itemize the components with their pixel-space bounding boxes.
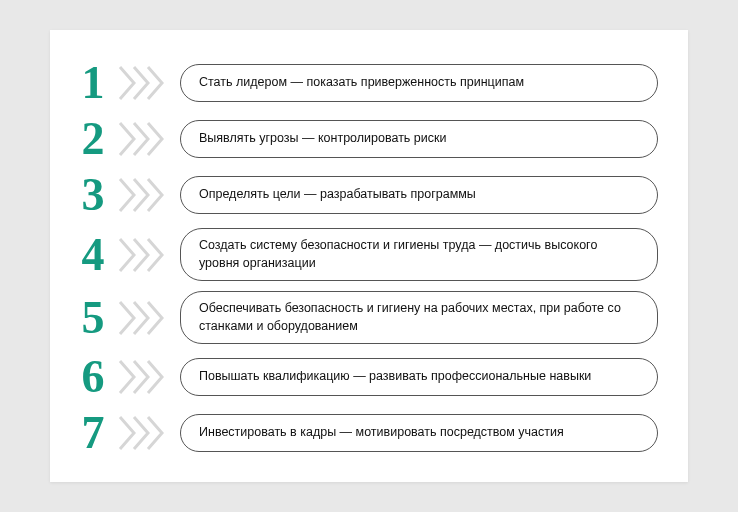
chevron-right-icon [118, 175, 172, 215]
chevron-right-icon [118, 119, 172, 159]
step-text: Стать лидером — показать приверженность … [199, 74, 524, 92]
chevron-right-icon [118, 357, 172, 397]
step-number: 7 [72, 410, 114, 456]
step-pill: Выявлять угрозы — контролировать риски [180, 120, 658, 158]
list-item: 3 Определять цели — разрабатывать програ… [72, 172, 658, 218]
step-text: Определять цели — разрабатывать программ… [199, 186, 476, 204]
step-text: Выявлять угрозы — контролировать риски [199, 130, 446, 148]
step-pill: Создать систему безопасности и гигиены т… [180, 228, 658, 281]
step-number: 1 [72, 60, 114, 106]
list-item: 7 Инвестировать в кадры — мотивировать п… [72, 410, 658, 456]
step-text: Обеспечивать безопасность и гигиену на р… [199, 300, 639, 335]
list-item: 5 Обеспечивать безопасность и гигиену на… [72, 291, 658, 344]
chevron-right-icon [118, 63, 172, 103]
card: 1 Стать лидером — показать приверженност… [50, 30, 688, 482]
step-pill: Стать лидером — показать приверженность … [180, 64, 658, 102]
step-number: 3 [72, 172, 114, 218]
step-pill: Обеспечивать безопасность и гигиену на р… [180, 291, 658, 344]
list-item: 6 Повышать квалификацию — развивать проф… [72, 354, 658, 400]
list-item: 4 Создать систему безопасности и гигиены… [72, 228, 658, 281]
list-item: 1 Стать лидером — показать приверженност… [72, 60, 658, 106]
step-pill: Повышать квалификацию — развивать профес… [180, 358, 658, 396]
step-text: Создать систему безопасности и гигиены т… [199, 237, 639, 272]
step-number: 5 [72, 295, 114, 341]
step-text: Повышать квалификацию — развивать профес… [199, 368, 591, 386]
step-text: Инвестировать в кадры — мотивировать пос… [199, 424, 564, 442]
step-number: 4 [72, 232, 114, 278]
step-pill: Определять цели — разрабатывать программ… [180, 176, 658, 214]
step-number: 2 [72, 116, 114, 162]
chevron-right-icon [118, 413, 172, 453]
step-number: 6 [72, 354, 114, 400]
chevron-right-icon [118, 298, 172, 338]
step-pill: Инвестировать в кадры — мотивировать пос… [180, 414, 658, 452]
list-item: 2 Выявлять угрозы — контролировать риски [72, 116, 658, 162]
chevron-right-icon [118, 235, 172, 275]
